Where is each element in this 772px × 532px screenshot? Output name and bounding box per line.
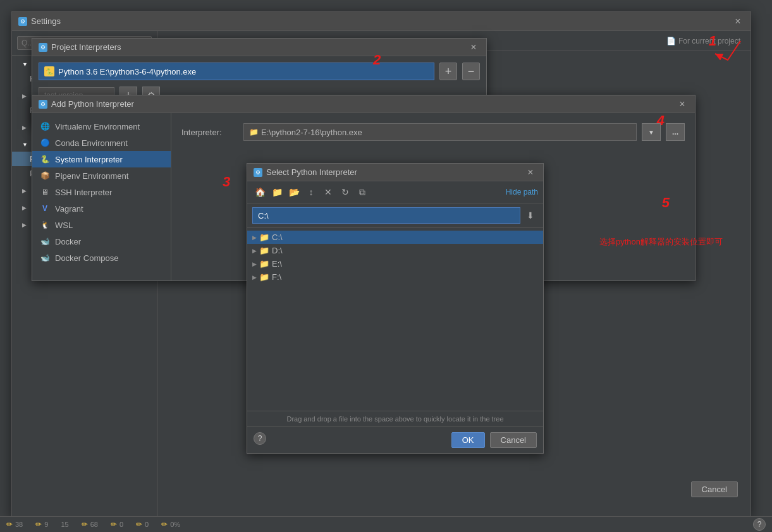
tree-item-label: C:\ [272,233,283,242]
status-pct: 0% [170,521,180,528]
select-interp-title-left: ⚙ Select Python Interpreter [254,167,357,177]
status-line1: 38 [15,521,23,528]
new-folder-tool-button[interactable]: 📁 [269,184,285,200]
tree-item-f[interactable]: ▶ 📁 F:\ [247,270,543,284]
hide-path-link[interactable]: Hide path [506,188,538,196]
document-icon: 📄 [666,37,676,45]
interp-type-wsl[interactable]: 🐧 WSL [32,217,171,233]
status-line2: 9 [44,521,48,528]
pencil-icon: ✏ [6,520,13,529]
toolbar-icons: 🏠 📁 📂 ↕ ✕ ↻ ⧉ [252,184,370,200]
download-icon: ⬇ [523,208,538,223]
refresh-tool-button[interactable]: ↻ [338,184,353,200]
ok-button[interactable]: OK [451,432,485,448]
proj-interp-icon: ⚙ [39,43,47,52]
interp-type-label: Vagrant [55,204,83,214]
interp-type-conda[interactable]: 🔵 Conda Environment [32,135,171,151]
select-interp-footer: Drag and drop a file into the space abov… [247,411,543,426]
browse-button[interactable]: ... [666,123,685,141]
main-cancel-button[interactable]: Cancel [691,481,738,497]
settings-icon: ⚙ [18,17,27,26]
status-col2: 0 [145,521,149,528]
interp-type-pipenv[interactable]: 📦 Pipenv Environment [32,167,171,184]
interp-type-vagrant[interactable]: V Vagrant [32,200,171,217]
proj-interp-close-button[interactable]: × [467,41,480,54]
delete-tool-button[interactable]: ✕ [321,184,336,200]
help-button[interactable]: ? [254,432,266,445]
pencil-icon3: ✏ [82,520,88,529]
remove-interpreter-button[interactable]: − [462,63,480,80]
settings-title: Settings [31,16,61,26]
interp-type-label: WSL [55,221,73,230]
interp-type-docker-compose[interactable]: 🐋 Docker Compose [32,250,171,266]
tree-item-c[interactable]: ▶ 📁 C:\ [247,231,543,244]
interp-type-label: Docker [55,237,81,246]
interpreter-select[interactable]: 🐍 Python 3.6 E:\python3-6-4\python.exe [39,63,434,80]
settings-title-bar: ⚙ Settings × [12,12,751,31]
main-cancel-area: Cancel [691,481,738,497]
arrow-icon: ▼ [22,142,28,148]
path-folder-icon: 📁 [249,128,259,136]
file-tree: ▶ 📁 C:\ ▶ 📁 D:\ ▶ 📁 E:\ ▶ 📁 F:\ [247,228,543,411]
folder-up-tool-button[interactable]: 📂 [286,184,302,200]
add-interp-title-left: ⚙ Add Python Interpreter [39,99,134,109]
cancel-button[interactable]: Cancel [490,432,537,448]
copy-tool-button[interactable]: ⧉ [355,184,370,200]
interpreter-types-list: 🌐 Virtualenv Environment 🔵 Conda Environ… [32,113,171,281]
for-current-project: 📄 For current project [666,37,740,45]
add-interp-title-bar: ⚙ Add Python Interpreter × [32,95,695,113]
add-interp-close-button[interactable]: × [676,98,689,111]
tree-arrow-icon: ▶ [252,234,257,241]
status-item-15: 15 [61,521,68,528]
docker-icon: 🐋 [40,236,50,246]
status-item-38: ✏ 38 [6,520,23,529]
status-bar: ✏ 38 ✏ 9 15 ✏ 68 ✏ 0 ✏ 0 ✏ 0% ? [0,516,772,532]
system-icon: 🐍 [40,154,50,164]
folder-icon: 📁 [259,233,269,242]
status-help-button[interactable]: ? [753,518,766,531]
conda-icon: 🔵 [40,138,50,148]
tree-arrow-icon: ▶ [252,274,257,281]
status-item-68: ✏ 68 [82,520,98,529]
path-input-row: ⬇ [247,203,543,228]
status-item-pct: ✏ 0% [161,520,180,529]
interpreter-field-label: Interpreter: [181,128,238,137]
tree-item-label: E:\ [272,259,282,269]
pipenv-icon: 📦 [40,171,50,181]
select-interp-icon: ⚙ [254,168,262,177]
proj-interp-title-left: ⚙ Project Interpreters [39,42,121,52]
folder-icon: 📁 [259,246,269,255]
pencil-icon2: ✏ [35,520,42,529]
proj-interp-title-bar: ⚙ Project Interpreters × [32,39,486,56]
status-line3: 15 [61,521,68,528]
interp-type-label: System Interpreter [55,155,123,164]
footer-text: Drag and drop a file into the space abov… [254,415,537,423]
folder-icon: 📁 [259,272,269,282]
interpreter-dropdown-button[interactable]: ▼ [642,123,661,141]
home-tool-button[interactable]: 🏠 [252,184,267,200]
tree-item-d[interactable]: ▶ 📁 D:\ [247,244,543,257]
interpreter-field-row: Interpreter: 📁 E:\python2-7-16\python.ex… [181,123,685,141]
interp-type-virtualenv[interactable]: 🌐 Virtualenv Environment [32,118,171,135]
title-bar-left: ⚙ Settings [18,16,61,26]
ssh-icon: 🖥 [40,187,50,197]
interp-type-docker[interactable]: 🐋 Docker [32,233,171,250]
selected-interpreter-text: Python 3.6 E:\python3-6-4\python.exe [58,67,196,76]
spacer [271,432,446,448]
arrow-icon: ▶ [22,188,27,194]
path-input[interactable] [252,207,520,224]
interp-type-ssh[interactable]: 🖥 SSH Interpreter [32,184,171,200]
select-interp-toolbar: 🏠 📁 📂 ↕ ✕ ↻ ⧉ Hide path [247,181,543,203]
for-current-label: For current project [678,37,740,45]
status-line4: 68 [90,521,98,528]
select-python-interpreter-dialog: ⚙ Select Python Interpreter × 🏠 📁 📂 ↕ ✕ … [247,163,544,454]
expand-tool-button[interactable]: ↕ [303,184,319,200]
add-interpreter-button[interactable]: + [439,63,457,80]
interp-type-system[interactable]: 🐍 System Interpreter [32,151,171,167]
proj-interp-title: Project Interpreters [51,42,121,52]
docker-compose-icon: 🐋 [40,253,50,263]
settings-close-button[interactable]: × [732,15,744,28]
tree-item-e[interactable]: ▶ 📁 E:\ [247,257,543,270]
select-interp-close-button[interactable]: × [524,166,537,179]
vagrant-icon: V [40,203,50,214]
